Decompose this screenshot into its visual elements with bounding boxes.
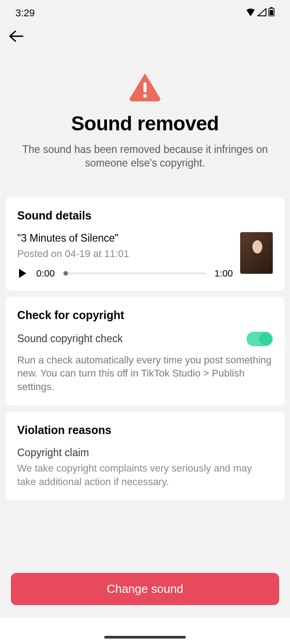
page-title: Sound removed [13, 112, 277, 135]
toggle-knob [259, 333, 272, 345]
copyright-check-heading: Check for copyright [17, 309, 273, 322]
svg-rect-3 [144, 82, 147, 92]
violation-claim-title: Copyright claim [17, 447, 273, 459]
violation-reasons-card: Violation reasons Copyright claim We tak… [5, 412, 285, 500]
home-indicator-area [0, 618, 290, 644]
player-seek-track[interactable] [63, 272, 206, 274]
change-sound-button[interactable]: Change sound [11, 573, 279, 605]
wifi-icon [246, 7, 256, 19]
home-indicator[interactable] [104, 636, 186, 639]
sound-posted-date: Posted on 04-19 at 11:01 [17, 248, 233, 260]
player-time-current: 0:00 [36, 268, 55, 279]
sound-details-heading: Sound details [17, 209, 273, 222]
cell-signal-icon [257, 7, 266, 19]
sound-details-card: Sound details "3 Minutes of Silence" Pos… [5, 197, 285, 291]
page-subtitle: The sound has been removed because it in… [13, 143, 277, 170]
violation-heading: Violation reasons [17, 424, 273, 437]
player-seek-thumb[interactable] [63, 271, 68, 276]
copyright-toggle[interactable] [246, 332, 273, 346]
copyright-toggle-label: Sound copyright check [17, 333, 123, 345]
status-indicators [246, 7, 275, 19]
warning-icon [129, 72, 161, 101]
copyright-check-card: Check for copyright Sound copyright chec… [5, 297, 285, 405]
svg-point-4 [143, 94, 147, 98]
copyright-toggle-description: Run a check automatically every time you… [17, 353, 273, 394]
audio-player: 0:00 1:00 [17, 268, 233, 279]
violation-claim-description: We take copyright complaints very seriou… [17, 462, 273, 488]
video-thumbnail[interactable] [240, 232, 273, 274]
arrow-left-icon [8, 30, 24, 43]
sound-title: "3 Minutes of Silence" [17, 232, 233, 244]
back-button[interactable] [8, 25, 30, 47]
hero-section: Sound removed The sound has been removed… [0, 47, 290, 197]
battery-icon [268, 7, 275, 19]
play-icon [18, 268, 27, 278]
status-bar: 3:29 [0, 0, 290, 22]
svg-rect-2 [270, 10, 273, 15]
player-time-total: 1:00 [214, 268, 233, 279]
play-button[interactable] [17, 268, 28, 279]
status-time: 3:29 [15, 7, 35, 19]
